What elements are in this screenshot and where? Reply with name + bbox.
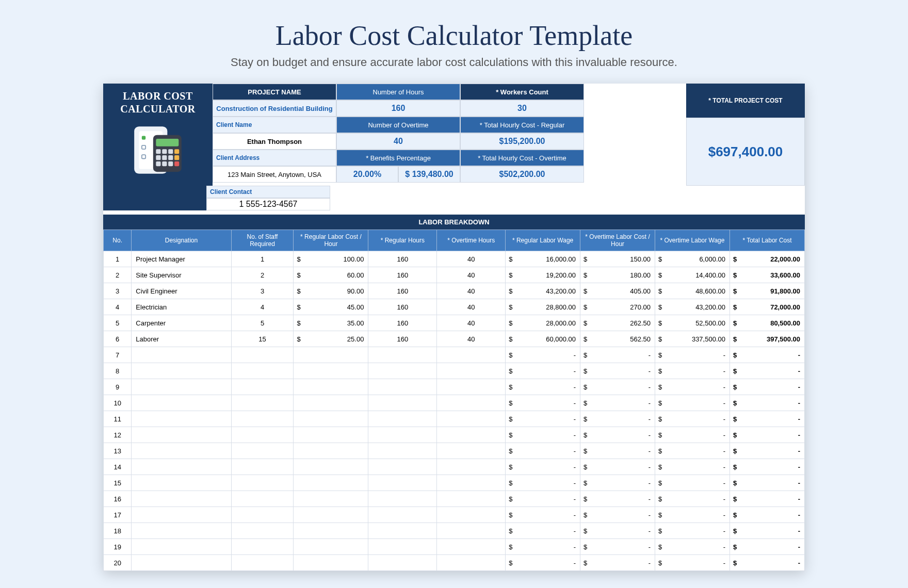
money-cell[interactable] xyxy=(294,363,368,379)
cell[interactable] xyxy=(231,395,294,411)
money-cell[interactable]: $91,800.00 xyxy=(729,283,804,299)
cell[interactable] xyxy=(231,443,294,459)
money-cell[interactable]: $- xyxy=(729,443,804,459)
money-cell[interactable]: $- xyxy=(655,491,730,507)
cell[interactable] xyxy=(132,539,231,555)
money-cell[interactable]: $- xyxy=(655,363,730,379)
benefits-pct[interactable]: 20.00% xyxy=(336,166,398,183)
money-cell[interactable]: $562.50 xyxy=(580,331,655,347)
cell[interactable]: 20 xyxy=(104,555,132,571)
money-cell[interactable]: $- xyxy=(729,459,804,475)
money-cell[interactable]: $- xyxy=(729,347,804,363)
money-cell[interactable]: $- xyxy=(729,555,804,571)
cell[interactable]: 40 xyxy=(437,251,506,267)
money-cell[interactable] xyxy=(294,395,368,411)
money-cell[interactable]: $- xyxy=(580,347,655,363)
cell[interactable] xyxy=(132,507,231,523)
money-cell[interactable]: $43,200.00 xyxy=(506,283,580,299)
cell[interactable]: 8 xyxy=(104,363,132,379)
cell[interactable] xyxy=(368,555,437,571)
cell[interactable]: 160 xyxy=(368,283,437,299)
money-cell[interactable] xyxy=(294,523,368,539)
money-cell[interactable] xyxy=(294,555,368,571)
cell[interactable] xyxy=(437,363,506,379)
money-cell[interactable]: $- xyxy=(729,395,804,411)
cell[interactable]: Site Supervisor xyxy=(132,267,231,283)
cell[interactable] xyxy=(368,443,437,459)
cell[interactable] xyxy=(132,379,231,395)
money-cell[interactable]: $72,000.00 xyxy=(729,299,804,315)
money-cell[interactable]: $- xyxy=(506,475,580,491)
money-cell[interactable]: $19,200.00 xyxy=(506,267,580,283)
money-cell[interactable]: $- xyxy=(729,491,804,507)
money-cell[interactable]: $337,500.00 xyxy=(655,331,730,347)
cell[interactable]: 15 xyxy=(104,475,132,491)
cell[interactable] xyxy=(437,443,506,459)
cell[interactable]: 40 xyxy=(437,299,506,315)
money-cell[interactable]: $- xyxy=(655,347,730,363)
cell[interactable] xyxy=(368,379,437,395)
cell[interactable]: 160 xyxy=(368,331,437,347)
money-cell[interactable]: $35.00 xyxy=(294,315,368,331)
cell[interactable]: 4 xyxy=(231,299,294,315)
money-cell[interactable] xyxy=(294,459,368,475)
project-name[interactable]: Construction of Residential Building xyxy=(213,100,336,117)
money-cell[interactable]: $- xyxy=(506,379,580,395)
cell[interactable]: 11 xyxy=(104,411,132,427)
money-cell[interactable]: $- xyxy=(580,491,655,507)
cell[interactable]: Laborer xyxy=(132,331,231,347)
cell[interactable] xyxy=(368,395,437,411)
money-cell[interactable]: $- xyxy=(506,411,580,427)
cell[interactable]: 160 xyxy=(368,315,437,331)
money-cell[interactable]: $100.00 xyxy=(294,251,368,267)
cell[interactable] xyxy=(368,363,437,379)
money-cell[interactable]: $- xyxy=(729,475,804,491)
money-cell[interactable]: $- xyxy=(655,427,730,443)
money-cell[interactable]: $- xyxy=(506,491,580,507)
client-name[interactable]: Ethan Thompson xyxy=(213,133,336,150)
money-cell[interactable]: $- xyxy=(655,539,730,555)
money-cell[interactable]: $52,500.00 xyxy=(655,315,730,331)
money-cell[interactable]: $- xyxy=(506,555,580,571)
money-cell[interactable]: $- xyxy=(580,507,655,523)
money-cell[interactable]: $- xyxy=(580,411,655,427)
cell[interactable] xyxy=(132,411,231,427)
cell[interactable] xyxy=(132,459,231,475)
money-cell[interactable]: $90.00 xyxy=(294,283,368,299)
money-cell[interactable] xyxy=(294,475,368,491)
cell[interactable] xyxy=(132,475,231,491)
cell[interactable] xyxy=(132,443,231,459)
cell[interactable] xyxy=(437,379,506,395)
cell[interactable] xyxy=(132,491,231,507)
cell[interactable] xyxy=(368,427,437,443)
cell[interactable]: Project Manager xyxy=(132,251,231,267)
money-cell[interactable]: $- xyxy=(580,379,655,395)
cell[interactable] xyxy=(132,363,231,379)
money-cell[interactable]: $80,500.00 xyxy=(729,315,804,331)
cell[interactable] xyxy=(231,427,294,443)
cell[interactable] xyxy=(231,379,294,395)
money-cell[interactable] xyxy=(294,539,368,555)
cell[interactable] xyxy=(368,507,437,523)
money-cell[interactable]: $- xyxy=(580,555,655,571)
money-cell[interactable]: $- xyxy=(506,539,580,555)
cell[interactable]: 2 xyxy=(231,267,294,283)
money-cell[interactable]: $- xyxy=(655,475,730,491)
money-cell[interactable]: $16,000.00 xyxy=(506,251,580,267)
hours[interactable]: 160 xyxy=(336,100,460,117)
money-cell[interactable]: $- xyxy=(580,475,655,491)
money-cell[interactable]: $- xyxy=(655,395,730,411)
client-contact[interactable]: 1 555-123-4567 xyxy=(206,198,330,210)
money-cell[interactable]: $- xyxy=(655,379,730,395)
money-cell[interactable] xyxy=(294,443,368,459)
cell[interactable]: 4 xyxy=(104,299,132,315)
cell[interactable] xyxy=(437,539,506,555)
cell[interactable]: 1 xyxy=(104,251,132,267)
money-cell[interactable]: $397,500.00 xyxy=(729,331,804,347)
cell[interactable]: 17 xyxy=(104,507,132,523)
cell[interactable] xyxy=(368,475,437,491)
money-cell[interactable]: $- xyxy=(729,427,804,443)
cell[interactable] xyxy=(437,411,506,427)
money-cell[interactable]: $405.00 xyxy=(580,283,655,299)
money-cell[interactable] xyxy=(294,379,368,395)
